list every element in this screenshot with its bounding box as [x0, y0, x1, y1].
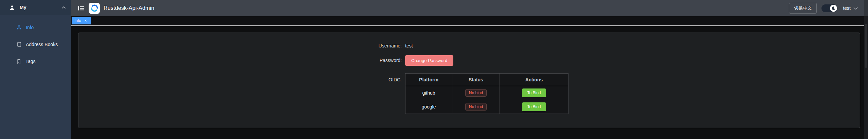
current-username: test — [843, 5, 851, 11]
navbar-actions: 切换中文 test — [789, 3, 858, 14]
sidebar-item-label: Tags — [25, 59, 36, 64]
column-header-platform: Platform — [405, 74, 452, 86]
person-outline-icon — [16, 25, 22, 30]
actions-cell: To Bind — [500, 100, 568, 114]
tab-info[interactable]: Info × — [72, 17, 91, 24]
switch-language-button[interactable]: 切换中文 — [789, 3, 817, 14]
dark-mode-toggle[interactable] — [821, 4, 837, 12]
to-bind-button[interactable]: To Bind — [522, 102, 546, 111]
status-cell: No bind — [452, 86, 500, 100]
username-value: test — [405, 42, 413, 49]
rustdesk-admin-app: My Info Address Books — [0, 0, 868, 139]
sidebar-item-label: Info — [26, 25, 34, 30]
status-cell: No bind — [452, 100, 500, 114]
bookmark-icon — [16, 59, 21, 64]
password-label: Password: — [78, 55, 405, 66]
toggle-knob — [830, 5, 837, 12]
address-book-icon — [16, 42, 22, 47]
tags-view-bar: Info × — [71, 16, 864, 26]
moon-icon — [831, 6, 836, 11]
column-header-actions: Actions — [500, 74, 568, 86]
chevron-up-icon — [62, 6, 66, 9]
username-label: Username: — [78, 42, 405, 49]
top-navbar: Rustdesk-Api-Admin 切换中文 test — [71, 0, 864, 16]
rustdesk-logo — [89, 3, 100, 14]
actions-cell: To Bind — [500, 86, 568, 100]
scrollbar[interactable] — [864, 0, 868, 139]
main-content: Username: test Password: Change Password… — [71, 27, 864, 139]
sidebar-section-label: My — [20, 5, 62, 10]
platform-cell: google — [405, 100, 452, 114]
sidebar-menu: Info Address Books Tags — [0, 19, 71, 70]
close-icon[interactable]: × — [83, 18, 88, 23]
profile-card: Username: test Password: Change Password… — [78, 33, 860, 128]
table-row-google: google No bind To Bind — [405, 100, 568, 114]
username-row: Username: test — [78, 42, 860, 49]
chevron-down-icon — [853, 7, 858, 10]
sidebar-item-info[interactable]: Info — [0, 19, 71, 36]
tab-label: Info — [74, 18, 81, 23]
sidebar-section-my[interactable]: My — [0, 0, 71, 15]
status-badge: No bind — [465, 89, 487, 97]
platform-cell: github — [405, 86, 452, 100]
scrollbar-header-cap — [864, 0, 868, 16]
oidc-label: OIDC: — [78, 73, 405, 86]
table-row-github: github No bind To Bind — [405, 86, 568, 100]
to-bind-button[interactable]: To Bind — [522, 88, 546, 97]
oidc-row: OIDC: Platform Status Actions github — [78, 73, 860, 114]
fold-menu-icon[interactable] — [78, 6, 84, 11]
change-password-button[interactable]: Change Password — [405, 55, 453, 66]
user-icon — [9, 5, 15, 11]
oidc-table: Platform Status Actions github No bind — [405, 73, 568, 114]
user-dropdown[interactable]: test — [843, 5, 858, 11]
app-title: Rustdesk-Api-Admin — [104, 5, 154, 11]
sidebar-item-tags[interactable]: Tags — [0, 53, 71, 70]
sidebar: My Info Address Books — [0, 0, 71, 139]
password-row: Password: Change Password — [78, 55, 860, 66]
scrollbar-thumb[interactable] — [865, 24, 867, 68]
sidebar-item-label: Address Books — [26, 42, 58, 47]
column-header-status: Status — [452, 74, 500, 86]
sidebar-item-address-books[interactable]: Address Books — [0, 36, 71, 53]
status-badge: No bind — [465, 103, 487, 111]
